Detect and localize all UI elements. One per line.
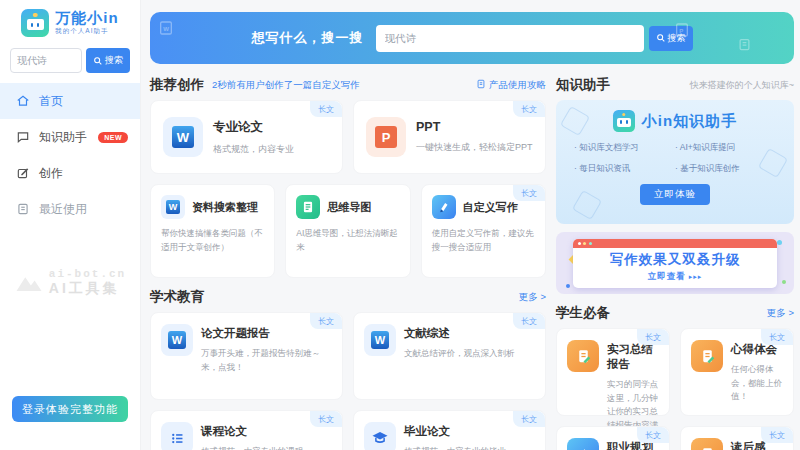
new-badge: NEW [98, 132, 128, 143]
card-desc: 格式规范，内容专业 [213, 143, 294, 156]
search-icon [93, 56, 103, 66]
sidebar-item-label: 首页 [39, 93, 63, 110]
card-mindmap[interactable]: 思维导图 AI思维导图，让想法清晰起来 [285, 184, 410, 278]
knowledge-assistant-panel[interactable]: 小in知识助手 · 知识库文档学习 · AI+知识库提问 · 每日知识资讯 · … [556, 100, 794, 224]
app-tagline: 我的个人AI助手 [55, 27, 118, 36]
watermark-domain: ai-bot.cn [49, 268, 126, 280]
long-text-badge: 长文 [637, 329, 669, 345]
academic-more-link[interactable]: 更多 > [519, 291, 546, 304]
card-course-paper[interactable]: 长文 课程论文 格式规范，内容专业的课程 [150, 410, 343, 450]
sidebar-item-create[interactable]: 创作 [0, 155, 140, 191]
card-title: PPT [416, 120, 533, 134]
knowledge-column: 知识助手 快来搭建你的个人知识库~ 小in知识助手 · 知识库文档学习 · AI… [556, 70, 794, 450]
card-desc: 帮你快速搞懂各类问题（不适用于文章创作） [161, 227, 264, 254]
long-text-badge: 长文 [310, 411, 342, 427]
hero-banner: W P 想写什么，搜一搜 搜索 [150, 12, 794, 64]
card-desc: 一键快速生成，轻松搞定PPT [416, 141, 533, 154]
long-text-badge: 长文 [637, 427, 669, 443]
ppt-doc-watermark-icon: P [674, 22, 690, 42]
card-custom-writing[interactable]: 长文 自定义写作 使用自定义写作前，建议先搜一搜合适应用 [421, 184, 546, 278]
edit-icon [16, 166, 30, 180]
long-text-badge: 长文 [513, 101, 545, 117]
product-guide-label: 产品使用攻略 [489, 79, 546, 92]
sidebar-search-button-label: 搜索 [105, 54, 123, 67]
banner-prompt: 想写什么，搜一搜 [252, 29, 364, 47]
card-title: 毕业论文 [404, 424, 506, 439]
long-text-badge: 长文 [761, 329, 793, 345]
sidebar-search-input[interactable] [10, 48, 82, 73]
app-name: 万能小in [55, 10, 118, 27]
long-text-badge: 长文 [310, 101, 342, 117]
report-doc-icon [691, 340, 723, 372]
card-title: 自定义写作 [463, 200, 518, 215]
student-more-link[interactable]: 更多 > [767, 307, 794, 320]
app-window: 万能小in 我的个人AI助手 搜索 首页 知识助手 NEW 创 [0, 0, 800, 450]
sidebar-item-label: 最近使用 [39, 201, 87, 218]
card-ppt[interactable]: 长文 P PPT 一键快速生成，轻松搞定PPT [353, 100, 546, 174]
sidebar: 万能小in 我的个人AI助手 搜索 首页 知识助手 NEW 创 [0, 0, 140, 450]
card-internship-report[interactable]: 长文 实习总结报告 实习的同学点这里，几分钟让你的实习总结报告内容满满 [556, 328, 670, 416]
promo-view-now-link[interactable]: 立即查看 [577, 271, 774, 283]
login-button[interactable]: 登录体验完整功能 [12, 396, 128, 422]
sidebar-item-recent[interactable]: 最近使用 [0, 191, 140, 227]
list-doc-icon [161, 422, 193, 450]
student-section-title: 学生必备 [556, 304, 610, 322]
card-graduation-thesis[interactable]: 长文 毕业论文 格式规范，内容专业的毕业 [353, 410, 546, 450]
card-thesis-proposal[interactable]: 长文 W 论文开题报告 万事开头难，开题报告特别难～来，点我！ [150, 312, 343, 400]
card-professional-paper[interactable]: 长文 W 专业论文 格式规范，内容专业 [150, 100, 343, 174]
app-logo: 万能小in 我的个人AI助手 [0, 0, 140, 44]
card-title: 读后感 [731, 440, 766, 450]
word-icon: W [364, 324, 396, 356]
card-research-search[interactable]: W 资料搜索整理 帮你快速搞懂各类问题（不适用于文章创作） [150, 184, 275, 278]
sidebar-item-label: 知识助手 [39, 129, 87, 146]
card-desc: 格式规范，内容专业的课程 [201, 445, 303, 450]
main-content: W P 想写什么，搜一搜 搜索 推荐创作 2秒前有用户创作了一篇自定义写作 [140, 0, 800, 450]
upgrade-promo-banner[interactable]: 写作效果又双叒升级 立即查看 [556, 232, 794, 294]
search-icon [656, 33, 666, 43]
card-reflections[interactable]: 长文 心得体会 任何心得体会，都能上价值！ [680, 328, 794, 416]
pen-icon [432, 195, 456, 219]
card-title: 文献综述 [404, 326, 515, 341]
doc-watermark-icon [737, 37, 752, 56]
word-doc-watermark-icon: W [158, 20, 174, 40]
product-guide-link[interactable]: 产品使用攻略 [476, 79, 546, 92]
word-icon: W [161, 324, 193, 356]
card-desc: 格式规范，内容专业的毕业 [404, 445, 506, 450]
long-text-badge: 长文 [761, 427, 793, 443]
card-desc: 文献总结评价，观点深入剖析 [404, 347, 515, 361]
recent-doc-icon [16, 202, 30, 216]
card-title: 实习总结报告 [607, 342, 659, 372]
card-desc: 万事开头难，开题报告特别难～来，点我！ [201, 347, 332, 374]
word-icon: W [161, 195, 185, 219]
banner-search-input[interactable] [376, 25, 644, 52]
word-icon: W [163, 117, 203, 157]
svg-text:P: P [679, 28, 683, 34]
card-book-review[interactable]: 长文 读后感 [680, 426, 794, 450]
recommend-column: 推荐创作 2秒前有用户创作了一篇自定义写作 产品使用攻略 长文 W 专业论文 [150, 70, 546, 450]
card-title: 课程论文 [201, 424, 303, 439]
sidebar-item-home[interactable]: 首页 [0, 83, 140, 119]
card-title: 专业论文 [213, 119, 294, 136]
sidebar-item-label: 创作 [39, 165, 63, 182]
card-desc: AI思维导图，让想法清晰起来 [296, 227, 399, 254]
promo-browser-graphic: 写作效果又双叒升级 立即查看 [573, 239, 778, 288]
sidebar-item-knowledge[interactable]: 知识助手 NEW [0, 119, 140, 155]
long-text-badge: 长文 [310, 313, 342, 329]
card-desc: 使用自定义写作前，建议先搜一搜合适应用 [432, 227, 535, 254]
watermark-title: AI工具集 [49, 280, 126, 298]
card-title: 思维导图 [327, 200, 371, 215]
kb-feature: · 知识库文档学习 [574, 142, 675, 154]
svg-text:W: W [163, 26, 169, 32]
graduation-cap-icon [364, 422, 396, 450]
academic-section-title: 学术教育 [150, 288, 204, 306]
long-text-badge: 长文 [513, 185, 545, 201]
try-now-button[interactable]: 立即体验 [640, 184, 710, 205]
chat-icon [16, 130, 30, 144]
card-career-plan[interactable]: 长文 职业规划书 [556, 426, 670, 450]
card-literature-review[interactable]: 长文 W 文献综述 文献总结评价，观点深入剖析 [353, 312, 546, 400]
long-text-badge: 长文 [513, 411, 545, 427]
ai-bot-watermark: ai-bot.cn AI工具集 [0, 266, 140, 300]
knowledge-section-title: 知识助手 [556, 76, 610, 94]
guide-doc-icon [476, 79, 486, 91]
sidebar-search-button[interactable]: 搜索 [86, 48, 130, 73]
